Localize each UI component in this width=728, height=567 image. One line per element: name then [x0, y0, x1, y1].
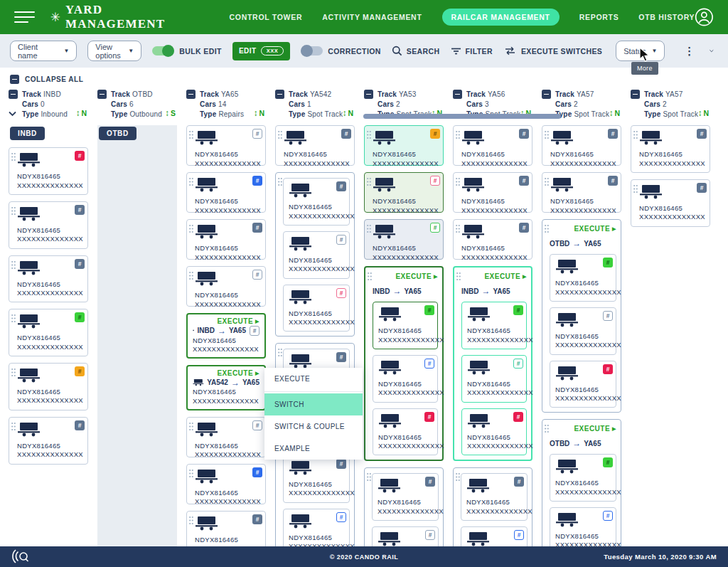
railcar-card[interactable]: #NDYX816465XXXXXXXXXXXXXX: [542, 125, 621, 166]
search-button[interactable]: SEARCH: [392, 46, 440, 56]
railcar-card[interactable]: #NDYX816465XXXXXXXXXXXXXX: [550, 307, 616, 355]
collapse-track-icon[interactable]: [542, 90, 551, 99]
nav-activity-management[interactable]: ACTIVITY MANAGEMENT: [322, 13, 422, 21]
railcar-card[interactable]: #NDYX816465XXXXXXXXXXXXXX: [542, 172, 621, 213]
hash-badge[interactable]: #: [336, 288, 346, 298]
drag-handle-icon[interactable]: [633, 184, 638, 194]
railcar-card[interactable]: #NDYX816465XXXXXXXXXXXXXX: [9, 309, 88, 356]
hash-badge[interactable]: #: [252, 270, 262, 280]
menu-item-example[interactable]: EXAMPLE: [264, 438, 363, 460]
drag-handle-icon[interactable]: [544, 224, 550, 234]
railcar-card[interactable]: #NDYX816465XXXXXXXXXXXXXX: [364, 219, 444, 260]
hash-badge[interactable]: #: [519, 129, 529, 139]
hash-badge[interactable]: #: [75, 366, 85, 376]
hash-badge[interactable]: #: [425, 477, 435, 487]
drag-handle-icon[interactable]: [366, 472, 372, 482]
railcar-card[interactable]: #NDYX816465XXXXXXXXXXXXXX: [186, 417, 266, 457]
client-name-select[interactable]: Client name▼: [10, 41, 77, 61]
hash-badge[interactable]: #: [336, 459, 346, 469]
collapse-toolbar-chevron-icon[interactable]: [710, 48, 718, 54]
execute-switches-button[interactable]: EXECUTE SWITCHES: [503, 46, 602, 55]
collapse-track-icon[interactable]: [453, 90, 462, 99]
drag-handle-icon[interactable]: [188, 469, 194, 479]
collapse-all-button[interactable]: COLLAPSE ALL: [0, 68, 728, 86]
collapse-track-icon[interactable]: [9, 90, 18, 99]
drag-handle-icon[interactable]: [455, 130, 461, 140]
hash-badge[interactable]: #: [75, 205, 85, 215]
railcar-card[interactable]: #NDYX816465XXXXXXXXXXXXXX: [186, 511, 266, 546]
hash-badge[interactable]: #: [75, 151, 85, 161]
hash-badge[interactable]: #: [336, 512, 346, 522]
hash-badge[interactable]: #: [430, 223, 440, 233]
hash-badge[interactable]: #: [514, 477, 524, 487]
execute-switch-group[interactable]: EXECUTE▶INBD→YA65#NDYX816465XXXXXXXXXXXX…: [453, 266, 532, 461]
execute-route-card[interactable]: EXECUTE▶YA542→YA65NDYX816465XXXXXXXXXXXX…: [186, 365, 266, 410]
menu-item-switch[interactable]: SWITCH: [264, 393, 363, 415]
railcar-card[interactable]: #NDYX816465XXXXXXXXXXXXXX: [461, 355, 527, 403]
drag-handle-icon[interactable]: [188, 130, 194, 140]
hash-badge[interactable]: #: [252, 514, 262, 524]
menu-item-execute[interactable]: EXECUTE: [264, 368, 363, 390]
nav-railcar-management[interactable]: RAILCAR MANAGEMENT: [442, 9, 560, 26]
railcar-card[interactable]: #NDYX816465XXXXXXXXXXXXXX: [453, 219, 532, 260]
railcar-card[interactable]: #NDYX816465XXXXXXXXXXXXXX: [461, 473, 528, 521]
execute-switch-group[interactable]: EXECUTE▶OTBD→YA65#NDYX816465XXXXXXXXXXXX…: [542, 419, 621, 546]
horizontal-scrollbar[interactable]: [363, 114, 561, 119]
execute-link[interactable]: EXECUTE▶: [574, 425, 616, 433]
hash-badge[interactable]: #: [75, 420, 85, 430]
track-sort-toggle[interactable]: ↕N: [342, 108, 353, 118]
railcar-card[interactable]: #NDYX816465XXXXXXXXXXXXXX: [453, 125, 532, 166]
hash-badge[interactable]: #: [336, 352, 346, 362]
drag-handle-icon[interactable]: [366, 224, 372, 234]
railcar-card[interactable]: #NDYX816465XXXXXXXXXXXXXX: [9, 255, 88, 303]
execute-route-card[interactable]: EXECUTE▶INBD→YA65#NDYX816465XXXXXXXXXXXX…: [186, 313, 266, 359]
drag-handle-icon[interactable]: [11, 368, 16, 378]
hash-badge[interactable]: #: [425, 530, 435, 540]
drag-handle-icon[interactable]: [11, 314, 16, 324]
track-sort-toggle[interactable]: ↕S: [165, 108, 176, 118]
railcar-card[interactable]: #NDYX816465XXXXXXXXXXXXXX: [364, 172, 444, 213]
railcar-card[interactable]: #NDYX816465XXXXXXXXXXXXXX: [364, 125, 444, 166]
railcar-card[interactable]: #NDYX816465XXXXXXXXXXXXXX: [283, 455, 350, 503]
hash-badge[interactable]: #: [603, 311, 613, 321]
nav-reports[interactable]: REPORTS: [579, 13, 619, 21]
hash-badge[interactable]: #: [336, 181, 346, 191]
more-menu-button[interactable]: ⋮: [680, 45, 699, 58]
drag-handle-icon[interactable]: [456, 272, 461, 282]
collapse-track-icon[interactable]: [97, 90, 107, 99]
railcar-card[interactable]: #NDYX816465XXXXXXXXXXXXXX: [550, 507, 616, 546]
railcar-card[interactable]: #NDYX816465XXXXXXXXXXXXXX: [373, 302, 438, 349]
railcar-card[interactable]: #NDYX816465XXXXXXXXXXXXXX: [372, 473, 439, 521]
view-options-select[interactable]: View options▼: [87, 41, 141, 61]
railcar-card[interactable]: #NDYX816465XXXXXXXXXXXXXX: [283, 509, 350, 546]
execute-link[interactable]: EXECUTE▶: [193, 369, 259, 377]
hash-badge[interactable]: #: [603, 457, 613, 467]
railcar-card[interactable]: #NDYX816465XXXXXXXXXXXXXX: [9, 417, 88, 465]
drag-handle-icon[interactable]: [455, 472, 461, 482]
collapse-track-icon[interactable]: [186, 90, 196, 99]
coupled-car-group[interactable]: #NDYX816465XXXXXXXXXXXXXX#NDYX816465XXXX…: [275, 172, 355, 337]
execute-switch-group[interactable]: EXECUTE▶OTBD→YA65#NDYX816465XXXXXXXXXXXX…: [542, 219, 621, 413]
hash-badge[interactable]: #: [697, 129, 707, 139]
railcar-card[interactable]: #NDYX816465XXXXXXXXXXXXXX: [550, 361, 616, 408]
railcar-card[interactable]: #NDYX816465XXXXXXXXXXXXXX: [550, 454, 616, 502]
drag-handle-icon[interactable]: [11, 260, 16, 270]
drag-handle-icon[interactable]: [544, 424, 550, 434]
menu-item-switch-couple[interactable]: SWITCH & COUPLE: [264, 415, 363, 438]
status-select[interactable]: Status▼: [616, 41, 665, 61]
railcar-card[interactable]: #NDYX816465XXXXXXXXXXXXXX: [9, 201, 88, 249]
hash-badge[interactable]: #: [252, 420, 262, 430]
execute-link[interactable]: EXECUTE▶: [484, 272, 527, 280]
railcar-card[interactable]: #NDYX816465XXXXXXXXXXXXXX: [186, 172, 266, 213]
drag-handle-icon[interactable]: [277, 130, 283, 140]
drag-handle-icon[interactable]: [544, 177, 550, 187]
hash-badge[interactable]: #: [252, 129, 262, 139]
railcar-card[interactable]: #NDYX816465XXXXXXXXXXXXXX: [461, 408, 527, 456]
hash-badge[interactable]: #: [75, 259, 85, 269]
execute-link[interactable]: EXECUTE▶: [395, 272, 438, 280]
collapse-track-icon[interactable]: [364, 90, 373, 99]
hash-badge[interactable]: #: [252, 223, 262, 233]
hash-badge[interactable]: #: [697, 183, 707, 193]
hash-badge[interactable]: #: [252, 467, 262, 477]
user-avatar-icon[interactable]: [695, 7, 714, 27]
